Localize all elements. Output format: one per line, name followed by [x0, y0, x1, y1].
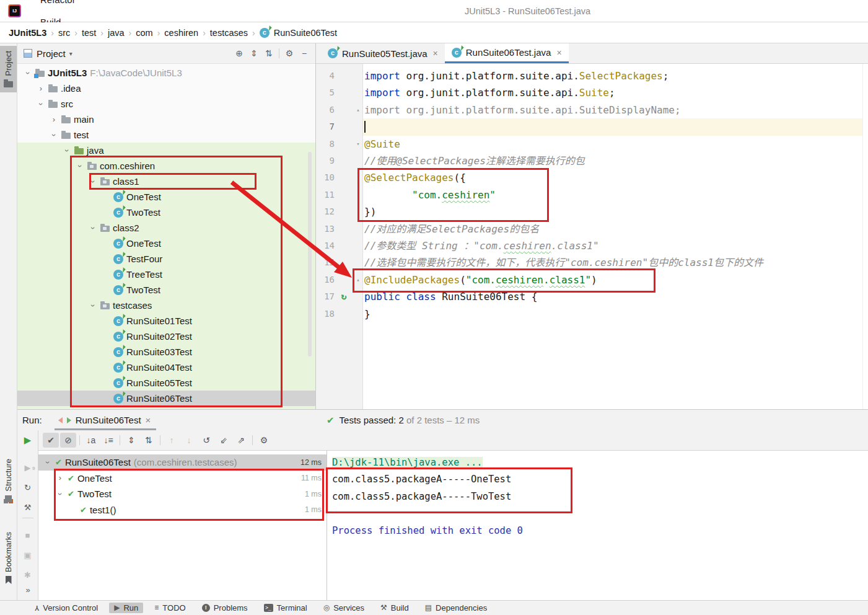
tool-button-bookmarks[interactable]: Bookmarks: [0, 527, 17, 589]
test-result-test1[interactable]: ›✔test1()1 ms: [38, 502, 327, 518]
project-tree-item-runsuite03test[interactable]: ›RunSuite03Test: [17, 344, 315, 360]
export-test-results-button[interactable]: ⇗: [233, 433, 249, 448]
project-tree-item-treetest[interactable]: ›TreeTest: [17, 267, 315, 282]
project-scrollbar[interactable]: [308, 152, 312, 356]
tool-button-structure[interactable]: Structure: [0, 454, 17, 507]
statusbar-item-version-control[interactable]: YVersion Control: [30, 603, 103, 613]
project-tree-item-class2[interactable]: ›class2: [17, 220, 315, 236]
breadcrumb-item-test[interactable]: test: [82, 28, 96, 38]
code-line[interactable]: 5import org.junit.platform.suite.api.Sui…: [316, 84, 868, 101]
tree-chevron-icon[interactable]: ›: [89, 177, 97, 186]
breadcrumb-item-ceshiren[interactable]: ceshiren: [164, 28, 198, 38]
project-tree-item-idea[interactable]: ›.idea: [17, 81, 315, 96]
project-tree-item-main[interactable]: ›main: [17, 112, 315, 127]
code-line[interactable]: 18}: [316, 306, 868, 322]
menu-refactor[interactable]: Refactor: [35, 0, 82, 11]
test-result-onetest[interactable]: ›✔OneTest11 ms: [38, 471, 327, 487]
editor-tab-runsuite06test-java[interactable]: RunSuite06Test.java×: [445, 43, 569, 63]
tree-chevron-icon[interactable]: ›: [37, 84, 45, 93]
statusbar-item-run[interactable]: ▶Run: [109, 603, 143, 613]
tree-chevron-icon[interactable]: ›: [76, 162, 84, 170]
fold-marker-icon[interactable]: ▾: [354, 136, 362, 153]
test-history-button[interactable]: ↺: [198, 433, 214, 448]
sort-by-duration-button[interactable]: ↓≡: [100, 433, 116, 448]
expand-all-button[interactable]: ⇕: [123, 433, 139, 448]
test-settings-button[interactable]: ⚙: [256, 433, 272, 448]
tree-chevron-icon[interactable]: ›: [89, 301, 97, 310]
close-icon[interactable]: ×: [146, 415, 151, 425]
code-line[interactable]: 7: [316, 118, 868, 135]
rerun-tests-button[interactable]: ▶: [22, 434, 34, 446]
tree-chevron-icon[interactable]: ›: [43, 458, 52, 467]
code-line[interactable]: 14//参数类型 String ："com.ceshiren.class1": [316, 237, 868, 254]
test-result-runsuite06test[interactable]: ›✔RunSuite06Test (com.ceshiren.testcases…: [38, 454, 327, 471]
code-line[interactable]: 15//选择包中需要执行的文件，如下，代表执行"com.ceshiren"包中的…: [316, 254, 868, 271]
show-ignored-toggle[interactable]: ⊘: [60, 433, 76, 448]
project-tree-item-runsuite01test[interactable]: ›RunSuite01Test: [17, 313, 315, 329]
tree-chevron-icon[interactable]: ›: [24, 69, 32, 77]
statusbar-item-build[interactable]: ⚒Build: [375, 603, 414, 613]
project-tree-item-twotest[interactable]: ›TwoTest: [17, 205, 315, 220]
code-line[interactable]: 6▴import org.junit.platform.suite.api.Su…: [316, 102, 868, 118]
project-tree-item-twotest[interactable]: ›TwoTest: [17, 282, 315, 298]
test-runner-settings-button[interactable]: ⚒: [22, 502, 34, 514]
code-line[interactable]: 12}): [316, 203, 868, 220]
code-line[interactable]: 13//对应的满足SelectPackages的包名: [316, 221, 868, 237]
project-tree-item-runsuite06test[interactable]: ›RunSuite06Test: [17, 391, 315, 406]
statusbar-item-dependencies[interactable]: ▤Dependencies: [420, 603, 492, 613]
code-area[interactable]: 4import org.junit.platform.suite.api.Sel…: [316, 64, 868, 409]
code-line[interactable]: 4import org.junit.platform.suite.api.Sel…: [316, 68, 868, 84]
statusbar-item-problems[interactable]: !Problems: [197, 603, 253, 613]
fold-marker-icon[interactable]: ▴: [354, 272, 362, 288]
sort-alphabetically-button[interactable]: ↓a: [83, 433, 99, 448]
breadcrumb-item-com[interactable]: com: [136, 28, 152, 38]
more-options-button[interactable]: »: [22, 584, 34, 596]
console-command-line[interactable]: D:\jdk-11\bin\java.exe ...: [332, 454, 868, 471]
tree-chevron-icon[interactable]: ›: [89, 224, 97, 232]
tree-chevron-icon[interactable]: ›: [50, 131, 58, 139]
code-line[interactable]: 11 "com.ceshiren": [316, 187, 868, 203]
project-tree-item-junit5l3[interactable]: ›JUnit5L3 F:\JavaCode\JUnit5L3: [17, 65, 315, 81]
show-passed-toggle[interactable]: ✔: [43, 433, 59, 448]
project-tree-item-runsuite02test[interactable]: ›RunSuite02Test: [17, 329, 315, 344]
project-tree-item-src[interactable]: ›src: [17, 96, 315, 112]
code-line[interactable]: 9//使用@SelectPackages注解选择需要执行的包: [316, 153, 868, 169]
code-line[interactable]: 10@SelectPackages({: [316, 169, 868, 186]
close-icon[interactable]: ×: [433, 48, 438, 58]
toggle-auto-test-button[interactable]: ↻: [22, 482, 34, 494]
import-test-results-button[interactable]: ⇙: [216, 433, 232, 448]
project-tree-item-com-ceshiren[interactable]: ›com.ceshiren: [17, 158, 315, 174]
breadcrumb-item-src[interactable]: src: [58, 28, 70, 38]
fold-marker-icon[interactable]: ▴: [354, 102, 362, 118]
tree-chevron-icon[interactable]: ›: [63, 146, 71, 155]
run-tab[interactable]: RunSuite06Test ×: [58, 410, 151, 430]
tree-chevron-icon[interactable]: ›: [50, 115, 58, 124]
project-tree-item-runsuite04test[interactable]: ›RunSuite04Test: [17, 360, 315, 375]
project-tree-item-java[interactable]: ›java: [17, 143, 315, 158]
project-tree-item-class1[interactable]: ›class1: [17, 174, 315, 189]
editor-scroll-strip[interactable]: [862, 64, 868, 409]
code-line[interactable]: 17↻public class RunSuite06Test {: [316, 288, 868, 305]
code-line[interactable]: 8▾@Suite: [316, 136, 868, 153]
project-tree-item-onetest[interactable]: ›OneTest: [17, 236, 315, 251]
test-result-twotest[interactable]: ›✔TwoTest1 ms: [38, 486, 327, 502]
statusbar-item-todo[interactable]: ≡TODO: [149, 603, 190, 613]
breadcrumb-item-runsuite06test[interactable]: RunSuite06Test: [274, 28, 337, 38]
project-tree-item-testfour[interactable]: ›TestFour: [17, 251, 315, 267]
project-tree-item-testcases[interactable]: ›testcases: [17, 298, 315, 313]
statusbar-item-terminal[interactable]: >_Terminal: [259, 603, 312, 613]
project-tree-item-test[interactable]: ›test: [17, 127, 315, 143]
collapse-all-button[interactable]: ⇅: [141, 433, 157, 448]
breadcrumb-item-java[interactable]: java: [108, 28, 125, 38]
breadcrumb-item-junit5l3[interactable]: JUnit5L3: [9, 28, 46, 38]
project-tree-item-runsuite05test[interactable]: ›RunSuite05Test: [17, 375, 315, 391]
tree-chevron-icon[interactable]: ›: [56, 474, 64, 482]
close-icon[interactable]: ×: [556, 48, 561, 58]
statusbar-item-services[interactable]: ◎Services: [318, 603, 369, 613]
tree-chevron-icon[interactable]: ›: [56, 490, 64, 498]
editor-tab-runsuite05test-java[interactable]: RunSuite05Test.java×: [321, 43, 445, 63]
breadcrumb-item-testcases[interactable]: testcases: [210, 28, 248, 38]
tree-chevron-icon[interactable]: ›: [37, 100, 45, 108]
project-tree-item-onetest[interactable]: ›OneTest: [17, 189, 315, 205]
run-class-gutter-icon[interactable]: ↻: [338, 288, 349, 305]
